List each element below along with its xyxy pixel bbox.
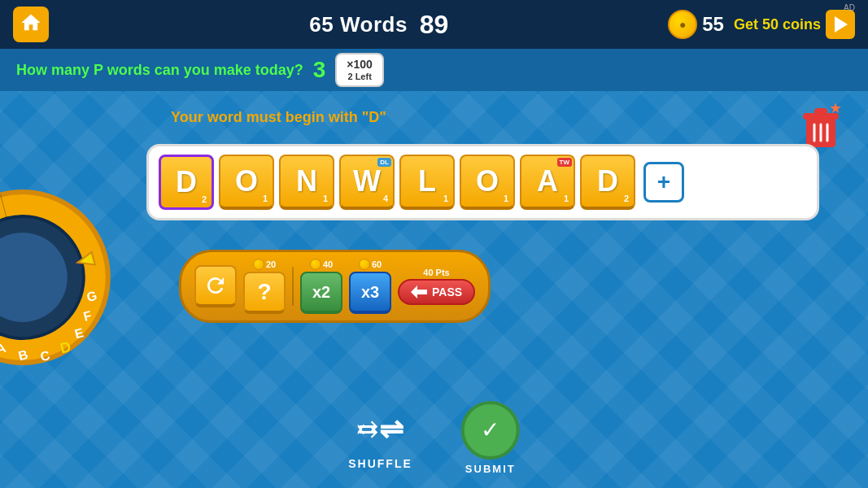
tile-letter: O xyxy=(235,167,258,196)
refresh-btn[interactable] xyxy=(194,265,237,307)
tile-letter: D xyxy=(176,168,197,197)
tile-D2[interactable]: D 2 xyxy=(580,155,635,210)
cost-coin-icon xyxy=(310,259,321,270)
pass-cost: 40 Pts xyxy=(423,268,449,277)
cost-coin-icon xyxy=(359,259,370,270)
hint-cost: 20 xyxy=(253,259,276,270)
tile-value: 1 xyxy=(443,194,448,203)
hint-btn[interactable]: ? xyxy=(243,272,286,314)
tile-letter: D xyxy=(597,167,618,196)
tile-N[interactable]: N 1 xyxy=(279,155,334,210)
home-button[interactable] xyxy=(13,7,49,42)
multiplier-badge: ×100 2 Left xyxy=(335,53,384,87)
cost-coin-icon xyxy=(253,259,264,270)
tile-value: 2 xyxy=(624,194,629,203)
tile-O2[interactable]: O 1 xyxy=(460,155,515,210)
tile-value: 1 xyxy=(263,194,268,203)
tile-letter: L xyxy=(418,167,436,196)
svg-rect-20 xyxy=(814,108,827,115)
refresh-icon xyxy=(204,274,227,297)
get-coins-text: Get 50 coins xyxy=(734,16,821,33)
tile-value: 2 xyxy=(202,194,207,204)
get-coins-button[interactable]: Get 50 coins xyxy=(734,10,855,39)
pass-text: PASS xyxy=(432,285,462,298)
pass-cost-value: 40 Pts xyxy=(423,268,449,277)
tile-L[interactable]: L 1 xyxy=(399,155,455,210)
home-icon xyxy=(20,11,42,37)
play-triangle xyxy=(835,16,848,33)
tile-letter: A xyxy=(537,167,558,196)
submit-label: SUBMIT xyxy=(465,463,516,475)
word-constraint-text: Your word must begin with "D" xyxy=(171,109,386,125)
shuffle-svg xyxy=(358,413,379,446)
plus-icon: + xyxy=(657,171,670,194)
x2-cost: 40 xyxy=(310,259,333,270)
bottom-actions: ⇌ SHUFFLE ✓ SUBMIT xyxy=(348,401,520,475)
header: 65 Words 89 ● 55 Get 50 coins AD xyxy=(0,0,868,49)
challenge-count: 3 xyxy=(313,57,326,83)
shuffle-button[interactable]: ⇌ SHUFFLE xyxy=(348,407,412,470)
tile-value: 1 xyxy=(504,194,508,203)
tile-D1[interactable]: D 2 xyxy=(159,155,214,210)
x3-cost-value: 60 xyxy=(372,259,382,269)
tile-value: 1 xyxy=(564,194,569,203)
x3-cost: 60 xyxy=(359,259,382,270)
powerup-pass[interactable]: 40 Pts PASS xyxy=(398,268,475,305)
tile-letter: N xyxy=(296,167,317,196)
powerup-x2[interactable]: 40 x2 xyxy=(300,259,342,314)
powerups-row: 20 ? 40 x2 60 x3 40 Pts xyxy=(179,250,491,323)
score-display: 89 xyxy=(420,10,449,40)
tile-value: 1 xyxy=(323,194,328,203)
tile-bonus-dl: DL xyxy=(377,158,391,167)
tile-letter: W xyxy=(353,167,381,196)
spinner-wheel[interactable]: V W X Y Z I A B C D E F G xyxy=(0,115,106,395)
play-icon xyxy=(826,10,855,39)
tile-value: 4 xyxy=(383,194,388,203)
game-title: 65 Words xyxy=(309,12,408,37)
tile-O1[interactable]: O 1 xyxy=(219,155,274,210)
tile-A[interactable]: TW A 1 xyxy=(520,155,575,210)
word-constraint: Your word must begin with "D" xyxy=(171,109,386,126)
x2-btn[interactable]: x2 xyxy=(300,272,342,314)
submit-area: ✓ SUBMIT xyxy=(461,401,520,475)
coins-badge: ● 55 xyxy=(668,10,724,39)
x3-btn[interactable]: x3 xyxy=(349,272,391,314)
checkmark-icon: ✓ xyxy=(481,419,499,442)
coins-count: 55 xyxy=(702,13,724,36)
wheel-svg: V W X Y Z I A B C D E F G xyxy=(0,97,138,410)
header-right: ● 55 Get 50 coins AD xyxy=(668,10,855,39)
tile-bonus-tw: TW xyxy=(557,158,572,167)
pass-arrow-icon xyxy=(411,285,427,298)
ad-label: AD xyxy=(844,3,855,12)
coin-icon: ● xyxy=(668,10,697,39)
submit-button[interactable]: ✓ xyxy=(461,401,520,460)
multiplier-value: ×100 xyxy=(347,58,373,72)
tile-W[interactable]: DL W 4 xyxy=(339,155,395,210)
game-area: V W X Y Z I A B C D E F G xyxy=(0,91,868,488)
add-tile-button[interactable]: + xyxy=(643,162,684,203)
tile-letter: O xyxy=(476,167,499,196)
challenge-bar: How many P words can you make today? 3 ×… xyxy=(0,49,868,91)
hint-cost-value: 20 xyxy=(266,259,276,269)
powerup-hint[interactable]: 20 ? xyxy=(243,259,286,314)
shuffle-label: SHUFFLE xyxy=(348,457,412,470)
challenge-text: How many P words can you make today? xyxy=(16,62,303,79)
powerup-x3[interactable]: 60 x3 xyxy=(349,259,391,314)
separator xyxy=(292,267,294,306)
left-count: 2 Left xyxy=(347,72,371,82)
pass-btn[interactable]: PASS xyxy=(398,279,475,305)
shuffle-icon: ⇌ xyxy=(358,407,403,452)
x2-cost-value: 40 xyxy=(323,259,333,269)
tiles-area: D 2 O 1 N 1 DL W 4 L 1 O 1 TW xyxy=(146,144,819,220)
svg-text:★: ★ xyxy=(829,103,842,116)
powerup-refresh[interactable] xyxy=(194,265,237,307)
